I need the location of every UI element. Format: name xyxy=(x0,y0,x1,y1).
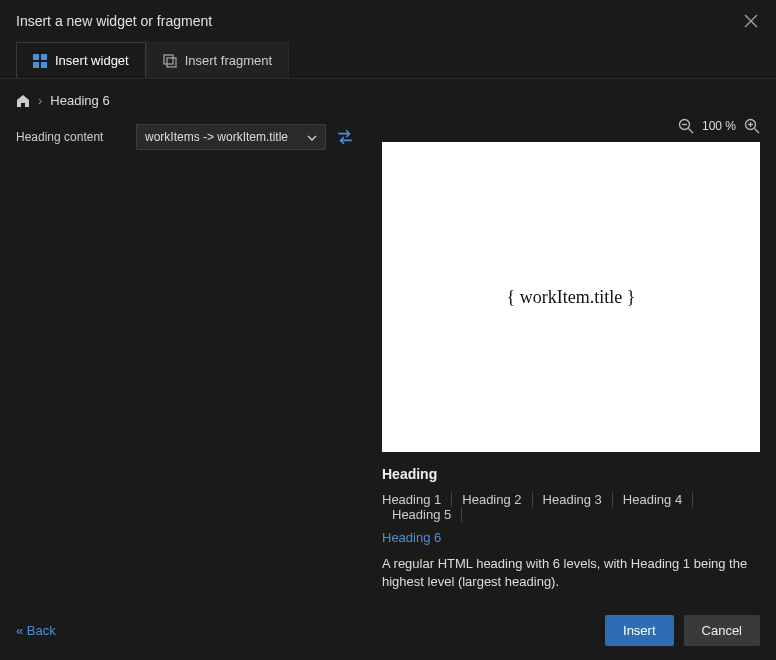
config-pane: Heading content workItems -> workItem.ti… xyxy=(16,118,366,603)
svg-rect-0 xyxy=(33,54,39,60)
zoom-bar: 100 % xyxy=(382,118,760,142)
close-icon xyxy=(744,14,758,28)
svg-rect-4 xyxy=(164,55,173,64)
heading-link-3[interactable]: Heading 3 xyxy=(533,492,613,507)
zoom-out-icon xyxy=(678,118,694,134)
preview-pane: 100 % { workItem.title } Heading Heading… xyxy=(382,118,760,603)
breadcrumb: › Heading 6 xyxy=(0,79,776,118)
heading-content-label: Heading content xyxy=(16,130,126,144)
insert-widget-dialog: Insert a new widget or fragment Insert w… xyxy=(0,0,776,660)
swap-button[interactable] xyxy=(336,128,354,146)
fragment-icon xyxy=(163,54,177,68)
insert-button[interactable]: Insert xyxy=(605,615,674,646)
heading-content-select[interactable]: workItems -> workItem.title xyxy=(136,124,326,150)
widget-info-title: Heading xyxy=(382,466,760,482)
tab-label: Insert fragment xyxy=(185,53,272,68)
home-icon[interactable] xyxy=(16,94,30,108)
preview-canvas: { workItem.title } xyxy=(382,142,760,452)
chevron-right-icon: › xyxy=(38,93,42,108)
zoom-in-icon xyxy=(744,118,760,134)
zoom-value: 100 % xyxy=(702,119,736,133)
titlebar: Insert a new widget or fragment xyxy=(0,0,776,42)
zoom-out-button[interactable] xyxy=(678,118,694,134)
widget-description: A regular HTML heading with 6 levels, wi… xyxy=(382,555,760,591)
footer-buttons: Insert Cancel xyxy=(605,615,760,646)
svg-rect-1 xyxy=(41,54,47,60)
close-button[interactable] xyxy=(742,12,760,30)
widget-icon xyxy=(33,54,47,68)
swap-icon xyxy=(336,128,354,146)
zoom-in-button[interactable] xyxy=(744,118,760,134)
svg-rect-5 xyxy=(167,58,176,67)
heading-link-2[interactable]: Heading 2 xyxy=(452,492,532,507)
tab-insert-widget[interactable]: Insert widget xyxy=(16,42,146,78)
svg-rect-3 xyxy=(41,62,47,68)
content-area: Heading content workItems -> workItem.ti… xyxy=(0,118,776,603)
heading-link-6[interactable]: Heading 6 xyxy=(382,530,451,545)
cancel-button[interactable]: Cancel xyxy=(684,615,760,646)
heading-level-links: Heading 1 Heading 2 Heading 3 Heading 4 … xyxy=(382,492,760,545)
heading-link-5[interactable]: Heading 5 xyxy=(382,507,462,522)
svg-line-10 xyxy=(755,129,760,134)
tab-label: Insert widget xyxy=(55,53,129,68)
heading-link-4[interactable]: Heading 4 xyxy=(613,492,693,507)
tab-insert-fragment[interactable]: Insert fragment xyxy=(146,42,289,78)
back-link[interactable]: « Back xyxy=(16,623,56,638)
svg-rect-2 xyxy=(33,62,39,68)
svg-line-7 xyxy=(688,129,693,134)
caret-down-icon xyxy=(307,132,317,142)
select-value: workItems -> workItem.title xyxy=(145,130,288,144)
heading-link-1[interactable]: Heading 1 xyxy=(382,492,452,507)
breadcrumb-current: Heading 6 xyxy=(50,93,109,108)
widget-info: Heading Heading 1 Heading 2 Heading 3 He… xyxy=(382,452,760,591)
dialog-title: Insert a new widget or fragment xyxy=(16,13,212,29)
heading-content-row: Heading content workItems -> workItem.ti… xyxy=(16,118,366,150)
footer: « Back Insert Cancel xyxy=(0,603,776,660)
preview-text: { workItem.title } xyxy=(507,287,636,308)
tabs: Insert widget Insert fragment xyxy=(0,42,776,79)
